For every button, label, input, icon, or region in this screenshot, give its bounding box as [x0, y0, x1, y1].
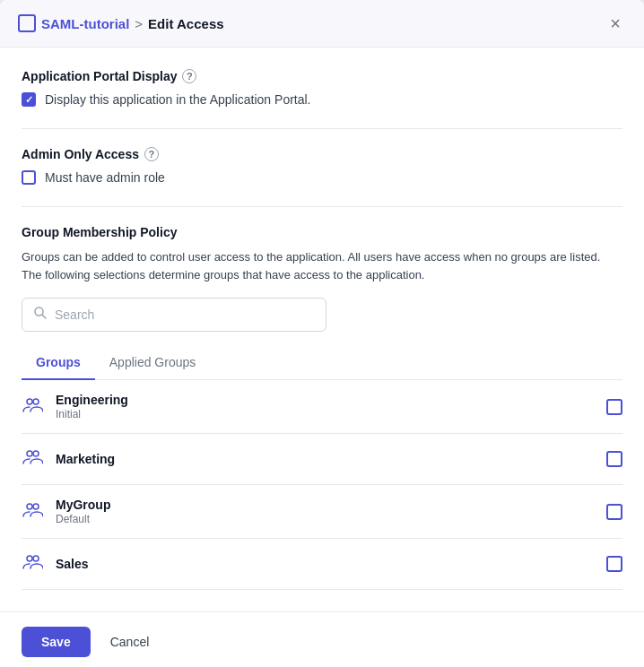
group-policy-section: Group Membership Policy Groups can be ad…: [22, 225, 622, 590]
modal-footer: Save Cancel: [0, 611, 644, 667]
group-checkbox-sales[interactable]: [606, 556, 622, 572]
admin-access-section: Admin Only Access ? Must have admin role: [22, 147, 622, 185]
admin-access-checkbox-label: Must have admin role: [45, 170, 165, 185]
save-button[interactable]: Save: [22, 627, 91, 657]
search-icon: [33, 306, 48, 324]
group-policy-title: Group Membership Policy: [22, 225, 622, 239]
svg-line-1: [42, 315, 46, 318]
group-icon-sales: [22, 551, 43, 576]
modal-header: SAML-tutorial > Edit Access ×: [0, 0, 644, 48]
divider-1: [22, 128, 622, 129]
close-button[interactable]: ×: [605, 13, 626, 34]
table-row: Engineering Initial: [22, 380, 622, 434]
app-portal-help-icon[interactable]: ?: [182, 69, 196, 83]
table-row: MyGroup Default: [22, 485, 622, 539]
modal-content: Application Portal Display ? Display thi…: [0, 48, 644, 611]
svg-point-9: [33, 556, 39, 561]
tab-applied-groups[interactable]: Applied Groups: [95, 346, 211, 380]
sidebar-icon: [18, 14, 36, 32]
group-icon-mygroup: [22, 499, 43, 524]
group-checkbox-mygroup[interactable]: [606, 504, 622, 520]
tabs-bar: Groups Applied Groups: [22, 346, 622, 380]
tab-groups[interactable]: Groups: [22, 346, 95, 380]
cancel-button[interactable]: Cancel: [101, 627, 159, 657]
group-icon-engineering: [22, 394, 43, 420]
svg-point-6: [27, 504, 32, 509]
table-row: Marketing: [22, 434, 622, 485]
admin-access-title: Admin Only Access ?: [22, 147, 622, 161]
groups-list: Engineering Initial: [22, 380, 622, 590]
search-box: [22, 298, 326, 332]
group-info-marketing: Marketing: [56, 452, 594, 467]
svg-point-3: [33, 399, 39, 404]
app-portal-checkbox-row: Display this application in the Applicat…: [22, 92, 622, 107]
breadcrumb-app-link[interactable]: SAML-tutorial: [41, 16, 129, 31]
group-name-engineering: Engineering: [56, 393, 594, 407]
group-name-mygroup: MyGroup: [56, 498, 594, 512]
svg-point-7: [33, 504, 39, 509]
app-portal-checkbox[interactable]: [22, 92, 36, 107]
admin-access-checkbox-row: Must have admin role: [22, 170, 622, 185]
group-sub-mygroup: Default: [56, 513, 594, 525]
modal-container: SAML-tutorial > Edit Access × Applicatio…: [0, 0, 644, 667]
svg-point-4: [27, 451, 32, 456]
breadcrumb: SAML-tutorial > Edit Access: [18, 14, 605, 32]
page-title: Edit Access: [148, 16, 224, 31]
breadcrumb-separator: >: [135, 16, 143, 31]
svg-point-8: [27, 556, 32, 561]
group-info-sales: Sales: [56, 557, 594, 572]
admin-access-checkbox[interactable]: [22, 170, 36, 185]
app-portal-title: Application Portal Display ?: [22, 69, 622, 83]
group-icon-marketing: [22, 446, 43, 472]
group-name-sales: Sales: [56, 557, 594, 571]
group-checkbox-engineering[interactable]: [606, 399, 622, 415]
svg-point-2: [27, 399, 32, 404]
group-info-mygroup: MyGroup Default: [56, 498, 594, 525]
group-info-engineering: Engineering Initial: [56, 393, 594, 420]
group-checkbox-marketing[interactable]: [606, 451, 622, 467]
app-portal-checkbox-label: Display this application in the Applicat…: [45, 92, 311, 107]
group-policy-description: Groups can be added to control user acce…: [22, 248, 622, 283]
svg-point-5: [33, 451, 39, 456]
search-input[interactable]: [55, 308, 315, 322]
admin-access-help-icon[interactable]: ?: [144, 147, 159, 161]
app-portal-section: Application Portal Display ? Display thi…: [22, 69, 622, 107]
divider-2: [22, 206, 622, 207]
table-row: Sales: [22, 539, 622, 589]
group-sub-engineering: Initial: [56, 408, 594, 420]
group-name-marketing: Marketing: [56, 452, 594, 466]
